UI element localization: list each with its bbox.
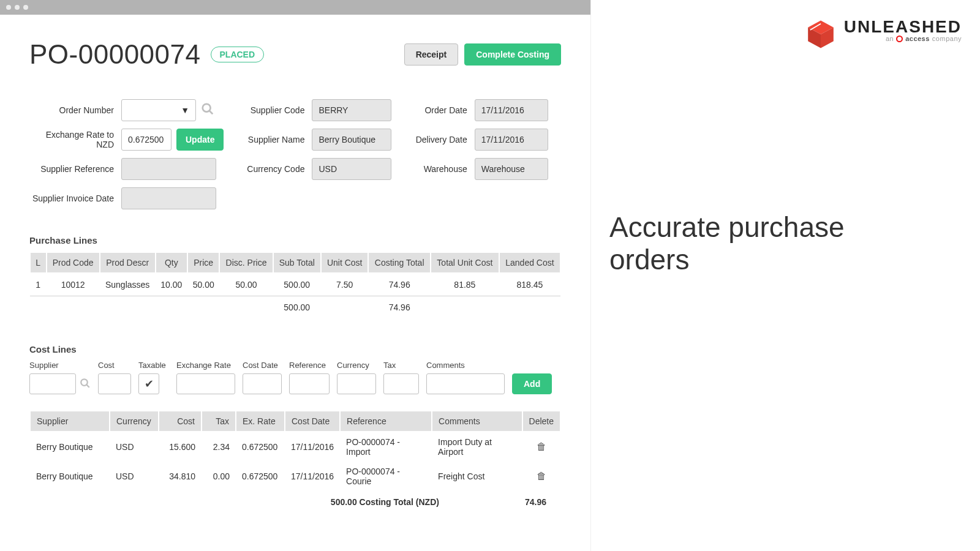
- window-dot: [6, 5, 11, 10]
- comments-input[interactable]: [426, 373, 505, 394]
- supplier-code-input: BERRY: [312, 99, 391, 121]
- order-number-select[interactable]: ▼: [121, 99, 196, 121]
- col-price: Price: [187, 252, 219, 273]
- chevron-down-icon: ▼: [181, 105, 189, 115]
- supplier-invoice-date-label: Supplier Invoice Date: [29, 193, 121, 203]
- taxable-label: Taxable: [138, 361, 169, 370]
- warehouse-input: Warehouse: [475, 158, 548, 180]
- brand-name: UNLEASHED: [844, 18, 962, 36]
- footer-total: 500.00 Costing Total (NZD) 74.96: [29, 491, 561, 507]
- complete-costing-button[interactable]: Complete Costing: [464, 43, 561, 66]
- add-button[interactable]: Add: [512, 373, 552, 394]
- purchase-lines-heading: Purchase Lines: [29, 235, 561, 246]
- currency-code-label: Currency Code: [244, 164, 312, 174]
- costdate-label: Cost Date: [243, 361, 282, 370]
- col-ref: Reference: [340, 411, 432, 432]
- exchange-rate-input[interactable]: 0.672500: [121, 129, 172, 151]
- col-unit: Unit Cost: [321, 252, 369, 273]
- window-dot: [15, 5, 20, 10]
- cost-input[interactable]: [98, 373, 131, 394]
- col-disc: Disc. Price: [219, 252, 273, 273]
- col-sub: Sub Total: [273, 252, 321, 273]
- col-comm: Comments: [432, 411, 522, 432]
- receipt-button[interactable]: Receipt: [404, 43, 459, 66]
- page-title: PO-00000074: [29, 39, 201, 70]
- svg-point-2: [81, 379, 88, 386]
- col-l: L: [30, 252, 47, 273]
- col-cdate: Cost Date: [285, 411, 340, 432]
- currency-label: Currency: [337, 361, 376, 370]
- cost-label: Cost: [98, 361, 131, 370]
- supplier-label: Supplier: [29, 361, 91, 370]
- marketing-panel: UNLEASHED an access company Accurate pur…: [591, 0, 980, 551]
- col-tuc: Total Unit Cost: [431, 252, 499, 273]
- app-window: PO-00000074 PLACED Receipt Complete Cost…: [0, 0, 591, 551]
- table-row[interactable]: Berry Boutique USD 15.600 2.34 0.672500 …: [30, 432, 560, 462]
- search-icon[interactable]: [80, 378, 91, 391]
- svg-point-0: [203, 104, 211, 112]
- table-row[interactable]: Berry Boutique USD 34.810 0.00 0.672500 …: [30, 462, 560, 491]
- supplier-name-input: Berry Boutique: [312, 129, 391, 151]
- warehouse-label: Warehouse: [413, 164, 475, 174]
- exchange-rate-label: Exchange Rate to NZD: [29, 130, 121, 149]
- supplier-name-label: Supplier Name: [244, 135, 312, 144]
- svg-line-3: [86, 384, 89, 388]
- costdate-input[interactable]: [243, 373, 282, 394]
- ring-icon: [896, 36, 903, 42]
- purchase-lines-table: L Prod Code Prod Descr Qty Price Disc. P…: [29, 252, 561, 318]
- table-row[interactable]: 1 10012 Sunglasses 10.00 50.00 50.00 500…: [30, 273, 560, 296]
- col-delete: Delete: [522, 411, 560, 432]
- currency-code-input: USD: [312, 158, 391, 180]
- brand-logo: UNLEASHED an access company: [609, 18, 962, 50]
- brand-tagline: an access company: [844, 36, 962, 42]
- window-titlebar: [0, 0, 590, 15]
- order-date-input: 17/11/2016: [475, 99, 548, 121]
- delivery-date-label: Delivery Date: [413, 135, 475, 144]
- update-button[interactable]: Update: [176, 129, 224, 151]
- delete-icon[interactable]: 🗑: [522, 462, 560, 491]
- svg-line-1: [209, 111, 213, 114]
- col-ctotal: Costing Total: [368, 252, 430, 273]
- order-date-label: Order Date: [413, 105, 475, 115]
- col-code: Prod Code: [47, 252, 100, 273]
- exrate-label: Exchange Rate: [176, 361, 235, 370]
- taxable-checkbox[interactable]: ✔: [138, 373, 159, 394]
- currency-input[interactable]: [337, 373, 376, 394]
- col-supplier: Supplier: [30, 411, 110, 432]
- cube-icon: [805, 18, 837, 50]
- reference-input[interactable]: [289, 373, 330, 394]
- totals-row: 500.00 74.96: [30, 296, 560, 319]
- supplier-reference-input[interactable]: [121, 158, 216, 180]
- delivery-date-input: 17/11/2016: [475, 129, 548, 151]
- tax-label: Tax: [383, 361, 419, 370]
- exrate-input[interactable]: [176, 373, 235, 394]
- cost-lines-table: Supplier Currency Cost Tax Ex. Rate Cost…: [29, 410, 561, 491]
- col-descr: Prod Descr: [100, 252, 156, 273]
- comments-label: Comments: [426, 361, 505, 370]
- col-cost: Cost: [159, 411, 202, 432]
- search-icon[interactable]: [201, 102, 214, 118]
- supplier-invoice-date-input[interactable]: [121, 187, 216, 209]
- col-qty: Qty: [156, 252, 187, 273]
- promo-headline: Accurate purchaseorders: [609, 211, 962, 276]
- supplier-input[interactable]: [29, 373, 76, 394]
- supplier-code-label: Supplier Code: [244, 105, 312, 115]
- status-badge: PLACED: [211, 47, 265, 62]
- cost-lines-heading: Cost Lines: [29, 344, 561, 354]
- window-dot: [23, 5, 28, 10]
- reference-label: Reference: [289, 361, 330, 370]
- supplier-reference-label: Supplier Reference: [29, 164, 121, 174]
- col-exrate: Ex. Rate: [236, 411, 285, 432]
- col-tax: Tax: [202, 411, 236, 432]
- col-landed: Landed Cost: [499, 252, 560, 273]
- order-number-label: Order Number: [29, 105, 121, 115]
- delete-icon[interactable]: 🗑: [522, 432, 560, 462]
- col-currency: Currency: [110, 411, 159, 432]
- tax-input[interactable]: [383, 373, 419, 394]
- cost-lines-form: Supplier Cost Taxable ✔ Exchange Rate: [29, 361, 561, 394]
